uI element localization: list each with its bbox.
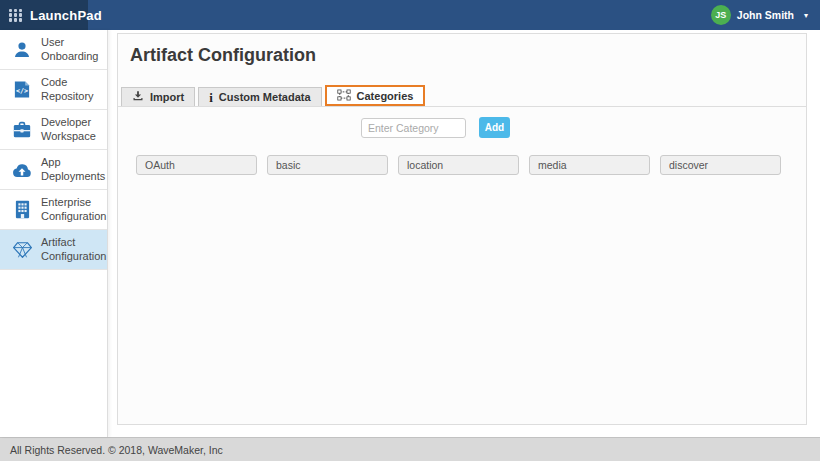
tab-label: Custom Metadata <box>219 91 311 103</box>
category-form: Add <box>361 117 806 138</box>
add-button[interactable]: Add <box>479 117 510 138</box>
sidebar-item-enterprise-configuration[interactable]: Enterprise Configuration <box>0 190 107 230</box>
tab-custom-metadata[interactable]: i Custom Metadata <box>198 87 321 106</box>
cloud-upload-icon <box>11 162 33 178</box>
sidebar-item-code-repository[interactable]: </> Code Repository <box>0 70 107 110</box>
category-item[interactable]: OAuth <box>136 155 257 175</box>
tab-import[interactable]: Import <box>121 87 195 106</box>
category-input[interactable] <box>361 118 466 138</box>
category-item[interactable]: media <box>529 155 650 175</box>
sidebar-item-label: Artifact Configuration <box>41 236 103 263</box>
sidebar-item-label: Developer Workspace <box>41 116 103 143</box>
category-item[interactable]: discover <box>660 155 781 175</box>
chevron-down-icon: ▾ <box>804 11 808 20</box>
logo-area[interactable]: LaunchPad <box>0 0 88 30</box>
sidebar: User Onboarding </> Code Repository Deve… <box>0 30 108 437</box>
sidebar-item-label: User Onboarding <box>41 36 103 63</box>
header-spacer <box>88 0 711 30</box>
tab-categories[interactable]: Categories <box>325 85 426 106</box>
sidebar-item-user-onboarding[interactable]: User Onboarding <box>0 30 107 70</box>
sidebar-item-label: Code Repository <box>41 76 103 103</box>
sidebar-item-label: Enterprise Configuration <box>41 196 103 223</box>
user-name: John Smith <box>737 9 794 21</box>
layout: User Onboarding </> Code Repository Deve… <box>0 30 820 437</box>
download-icon <box>132 90 144 104</box>
building-icon <box>11 200 33 219</box>
app-header: LaunchPad JS John Smith ▾ <box>0 0 820 30</box>
tab-bar: Import i Custom Metadata Categories <box>118 85 806 107</box>
tab-label: Import <box>150 91 184 103</box>
categories-list: OAuth basic location media discover <box>136 155 806 175</box>
footer: All Rights Reserved. © 2018, WaveMaker, … <box>0 437 820 461</box>
sidebar-item-label: App Deployments <box>41 156 103 183</box>
selection-box-icon <box>337 89 351 103</box>
apps-grid-icon <box>9 9 22 22</box>
category-item[interactable]: basic <box>267 155 388 175</box>
gem-icon <box>11 241 33 259</box>
briefcase-icon <box>11 121 33 139</box>
svg-text:</>: </> <box>16 87 28 95</box>
code-file-icon: </> <box>11 80 33 99</box>
sidebar-item-app-deployments[interactable]: App Deployments <box>0 150 107 190</box>
tab-label: Categories <box>357 90 414 102</box>
sidebar-item-artifact-configuration[interactable]: Artifact Configuration <box>0 230 107 270</box>
avatar: JS <box>711 5 731 25</box>
main-area: Artifact Configuration Import i Custom M… <box>108 30 820 437</box>
sidebar-item-developer-workspace[interactable]: Developer Workspace <box>0 110 107 150</box>
user-icon <box>11 40 33 60</box>
user-menu[interactable]: JS John Smith ▾ <box>711 0 820 30</box>
category-item[interactable]: location <box>398 155 519 175</box>
content-card: Artifact Configuration Import i Custom M… <box>117 33 807 425</box>
info-icon: i <box>209 91 213 104</box>
page-title: Artifact Configuration <box>130 45 806 66</box>
copyright-text: All Rights Reserved. © 2018, WaveMaker, … <box>10 444 223 456</box>
